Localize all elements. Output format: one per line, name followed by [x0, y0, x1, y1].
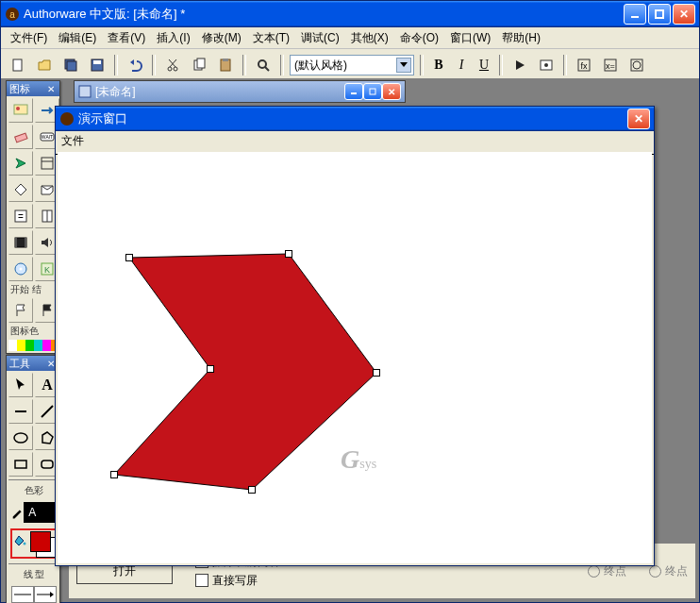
shape-handle[interactable] [373, 369, 380, 377]
doc-maximize-button[interactable] [363, 83, 382, 100]
svg-rect-26 [351, 92, 357, 94]
undo-button[interactable] [124, 54, 146, 76]
pen-swatch-icon[interactable] [10, 504, 24, 521]
style-combo-value: (默认风格) [294, 58, 347, 74]
menu-help[interactable]: 帮助(H) [496, 28, 546, 48]
svg-marker-57 [114, 254, 376, 490]
save-button[interactable] [86, 54, 108, 76]
presentation-canvas[interactable]: Gsys [58, 152, 652, 563]
icon-palette-close-icon[interactable]: ✕ [45, 83, 57, 94]
navigate-icon[interactable] [8, 151, 33, 176]
arrow-style-swatch[interactable] [34, 586, 57, 603]
color-section-label: 色彩 [8, 483, 59, 498]
shape-handle[interactable] [110, 471, 118, 478]
menu-command[interactable]: 命令(O) [394, 28, 444, 48]
svg-rect-30 [15, 133, 27, 142]
toolbar-separator [420, 55, 424, 75]
svg-point-50 [14, 433, 27, 443]
minimize-button[interactable] [624, 4, 646, 25]
doc-close-button[interactable]: ✕ [382, 83, 401, 100]
doc-titlebar[interactable]: [未命名] ✕ [74, 80, 406, 103]
bold-button[interactable]: B [429, 56, 448, 75]
icon-palette-title[interactable]: 图标 ✕ [7, 81, 59, 96]
svg-point-56 [60, 112, 74, 126]
svg-point-24 [633, 61, 641, 69]
save-all-button[interactable] [59, 54, 82, 76]
shape-handle[interactable] [125, 254, 133, 261]
menu-debug[interactable]: 调试(C) [295, 28, 345, 48]
endpoint-radio-2[interactable]: 终点 [649, 563, 688, 579]
icon-palette[interactable]: 图标 ✕ WAIT = K 开始 结 图标色 [6, 80, 60, 354]
doc-title-text: [未命名] [95, 84, 136, 100]
svg-text:K: K [44, 265, 50, 275]
svg-point-15 [258, 60, 266, 68]
find-button[interactable] [252, 54, 275, 76]
control-panel-button[interactable] [535, 54, 558, 76]
start-end-label: 开始 结 [8, 283, 59, 296]
rect-tool[interactable] [8, 452, 33, 477]
fill-color-swatch[interactable] [30, 531, 55, 556]
line-tool[interactable] [8, 399, 33, 424]
close-button[interactable]: ✕ [673, 4, 695, 25]
menu-modify[interactable]: 修改(M) [196, 28, 247, 48]
toolbar-separator [242, 55, 246, 75]
presentation-close-button[interactable]: ✕ [627, 109, 650, 129]
doc-window: [未命名] ✕ [74, 80, 406, 103]
calculation-icon[interactable]: = [8, 204, 33, 228]
svg-rect-52 [42, 461, 53, 468]
menu-insert[interactable]: 插入(I) [151, 28, 195, 48]
knowledge-button[interactable] [625, 54, 648, 76]
svg-rect-51 [15, 461, 26, 468]
tools-palette-title[interactable]: 工具 ✕ [7, 356, 59, 371]
svg-point-18 [544, 63, 548, 67]
doc-minimize-button[interactable] [344, 83, 363, 100]
functions-button[interactable]: fx [573, 54, 595, 76]
menu-view[interactable]: 查看(V) [102, 28, 151, 48]
line-style-swatch[interactable] [11, 586, 34, 603]
copy-button[interactable] [188, 54, 210, 76]
tools-palette[interactable]: 工具 ✕ A 色彩 A [6, 355, 60, 603]
oval-tool[interactable] [8, 426, 33, 450]
variables-button[interactable]: x= [599, 54, 622, 76]
erase-icon[interactable] [8, 125, 33, 149]
italic-button[interactable]: I [452, 56, 471, 75]
presentation-title-text: 演示窗口 [78, 110, 127, 127]
underline-button[interactable]: U [475, 56, 493, 75]
shape-handle[interactable] [207, 365, 214, 373]
movie-icon[interactable] [8, 230, 33, 255]
display-icon[interactable] [8, 98, 33, 123]
menu-file[interactable]: 文件(F) [5, 28, 53, 48]
shape-handle[interactable] [285, 250, 292, 258]
menu-other[interactable]: 其他(X) [345, 28, 394, 48]
svg-rect-33 [42, 158, 53, 169]
run-button[interactable] [508, 54, 531, 76]
doc-icon [78, 85, 92, 98]
icon-color-strip[interactable] [8, 340, 59, 351]
dvd-icon[interactable] [8, 257, 33, 281]
style-combo[interactable]: (默认风格) [290, 55, 414, 75]
presentation-window: 演示窗口 ✕ 文件 Gsys [55, 106, 655, 566]
svg-text:WAIT: WAIT [42, 134, 53, 140]
arrow-shape[interactable] [86, 237, 388, 501]
text-color-swatch[interactable]: A [24, 502, 41, 523]
main-toolbar: (默认风格) B I U fx x= [1, 49, 699, 82]
cut-button[interactable] [161, 54, 184, 76]
start-flag-icon[interactable] [8, 298, 33, 323]
app-titlebar[interactable]: a Authorware 中文版: [未命名] * ✕ [1, 1, 699, 27]
pointer-tool[interactable] [8, 373, 33, 397]
svg-point-53 [24, 543, 26, 545]
menu-text[interactable]: 文本(T) [247, 28, 295, 48]
new-button[interactable] [7, 54, 29, 76]
presentation-titlebar[interactable]: 演示窗口 ✕ [56, 107, 654, 131]
presentation-menu-file[interactable]: 文件 [61, 134, 84, 147]
menu-edit[interactable]: 编辑(E) [53, 28, 102, 48]
maximize-button[interactable] [648, 4, 671, 25]
decision-icon[interactable] [8, 177, 33, 202]
menu-window[interactable]: 窗口(W) [444, 28, 496, 48]
svg-rect-6 [67, 61, 76, 71]
paste-button[interactable] [214, 54, 237, 76]
bucket-icon[interactable] [13, 531, 26, 550]
open-button[interactable] [33, 54, 56, 76]
shape-handle[interactable] [248, 486, 256, 494]
direct-write-checkbox[interactable]: 直接写屏 [195, 573, 280, 589]
